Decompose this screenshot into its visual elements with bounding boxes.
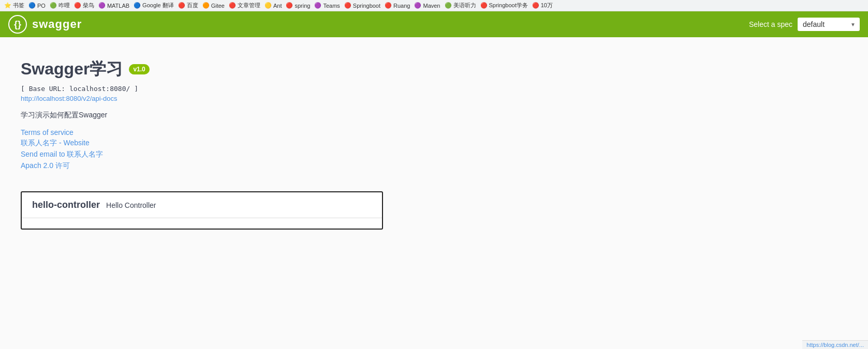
bookmark-item[interactable]: 🔴 10万	[532, 2, 553, 9]
bookmark-item[interactable]: 🔴 Springboot	[344, 2, 380, 9]
api-title-row: Swagger学习 v1.0	[21, 58, 847, 81]
navbar-right: Select a spec default ▼	[749, 18, 860, 31]
controller-description: Hello Controller	[106, 201, 156, 209]
navbar: {} swagger Select a spec default ▼	[0, 11, 868, 37]
bookmark-item[interactable]: 🔴 Ruang	[385, 2, 410, 9]
email-link[interactable]: Send email to 联系人名字	[21, 150, 847, 159]
navbar-brand: {} swagger	[8, 15, 82, 34]
base-url: [ Base URL: localhost:8080/ ]	[21, 85, 847, 93]
bookmark-item[interactable]: 🟠 Gitee	[202, 2, 225, 9]
api-description: 学习演示如何配置Swagger	[21, 111, 847, 120]
controller-section[interactable]: hello-controller Hello Controller	[21, 191, 383, 230]
bookmark-item[interactable]: 🟢 咋哩	[50, 2, 70, 9]
swagger-logo-icon: {}	[8, 15, 27, 34]
status-url: https://blog.csdn.net/...	[806, 342, 864, 348]
bookmark-item[interactable]: 🟣 Teams	[314, 2, 340, 9]
bookmark-item[interactable]: 🔴 百度	[178, 2, 198, 9]
controller-header: hello-controller Hello Controller	[22, 192, 382, 218]
version-badge: v1.0	[129, 64, 149, 74]
spec-select-wrapper: default ▼	[798, 18, 860, 31]
bookmark-item[interactable]: ⭐ 书签	[4, 2, 24, 9]
license-link[interactable]: Apach 2.0 许可	[21, 161, 847, 171]
bookmark-item[interactable]: 🔴 柴鸟	[74, 2, 94, 9]
info-links: Terms of service 联系人名字 - Website Send em…	[21, 128, 847, 171]
status-bar: https://blog.csdn.net/...	[802, 340, 868, 349]
terms-of-service-link[interactable]: Terms of service	[21, 128, 847, 136]
bookmark-item[interactable]: 🟢 美语听力	[445, 2, 476, 9]
bookmark-item[interactable]: 🔴 spring	[286, 2, 310, 9]
bookmark-item[interactable]: 🟡 Ant	[264, 2, 282, 9]
api-title: Swagger学习	[21, 58, 123, 81]
bookmark-item[interactable]: 🟣 MATLAB	[98, 2, 129, 9]
navbar-title: swagger	[32, 18, 82, 31]
contact-link[interactable]: 联系人名字 - Website	[21, 139, 847, 148]
bookmark-item[interactable]: 🔵 PO	[28, 2, 46, 9]
api-docs-link[interactable]: http://localhost:8080/v2/api-docs	[21, 95, 847, 102]
spec-select[interactable]: default	[798, 18, 860, 31]
controller-name: hello-controller	[32, 200, 100, 210]
bookmarks-bar: ⭐ 书签 🔵 PO 🟢 咋哩 🔴 柴鸟 🟣 MATLAB 🔵 Google 翻译…	[0, 0, 868, 11]
bookmark-item[interactable]: 🟣 Maven	[414, 2, 440, 9]
controller-body	[22, 218, 382, 229]
main-content: Swagger学习 v1.0 [ Base URL: localhost:808…	[0, 37, 868, 250]
bookmark-item[interactable]: 🔵 Google 翻译	[134, 2, 174, 9]
bookmark-item[interactable]: 🔴 文章管理	[229, 2, 260, 9]
bookmark-item[interactable]: 🔴 Springboot学务	[480, 2, 528, 9]
select-spec-label: Select a spec	[749, 20, 792, 28]
